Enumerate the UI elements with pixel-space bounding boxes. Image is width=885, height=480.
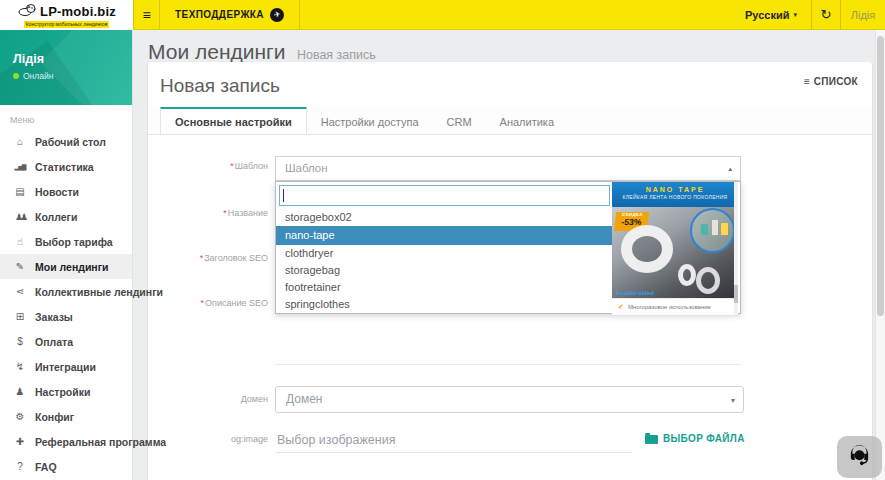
sidebar-item-my-landings[interactable]: ✎ Мои лендинги	[0, 254, 132, 279]
menu-section-label: Меню	[0, 105, 132, 129]
preview-caption: Double-sided	[616, 290, 654, 296]
tape-roll-small	[678, 264, 696, 286]
tab-bar: Основные настройки Настройки доступа CRM…	[148, 107, 872, 135]
logo[interactable]: LP-mobi.biz Конструктор мобильных лендин…	[0, 0, 133, 30]
sidebar-item-settings[interactable]: ♟ Настройки	[0, 379, 132, 404]
cart-icon: ⊞	[12, 311, 28, 322]
plug-icon: ↯	[12, 361, 28, 372]
hand-pointer-icon: ☝	[12, 236, 28, 247]
refresh-button[interactable]: ↻	[812, 0, 840, 29]
logo-subtitle: Конструктор мобильных лендингов	[24, 21, 110, 28]
sidebar-user-panel: Лідія Онлайн	[0, 30, 132, 105]
check-icon: ✔	[618, 303, 624, 311]
dropdown-option[interactable]: footretainer	[276, 279, 612, 296]
question-icon: ?	[12, 461, 28, 472]
people-icon: ♟♟	[12, 212, 28, 222]
sidebar-item-payment[interactable]: $ Оплата	[0, 329, 132, 354]
top-bar: LP-mobi.biz Конструктор мобильных лендин…	[0, 0, 885, 30]
preview-product-image: СКИДКА -53% Double-sided	[612, 207, 738, 298]
card-title: Новая запись	[160, 75, 280, 97]
sidebar-toggle-button[interactable]: ≡	[133, 0, 160, 29]
topbar-username[interactable]: Лідія	[841, 0, 885, 29]
support-chat-button[interactable]	[837, 436, 882, 478]
tab-main-settings[interactable]: Основные настройки	[160, 107, 307, 134]
tab-access-settings[interactable]: Настройки доступа	[307, 107, 433, 134]
user-plus-icon: ✚	[12, 436, 28, 447]
domain-label: Домен	[148, 394, 268, 404]
folder-icon	[645, 435, 658, 444]
chevron-down-icon: ▾	[731, 396, 735, 405]
tab-analytics[interactable]: Аналитика	[486, 107, 568, 134]
list-button[interactable]: ≡ СПИСОК	[804, 76, 858, 87]
template-select[interactable]: Шаблон ▴	[275, 156, 741, 181]
dropdown-search-input[interactable]	[279, 185, 610, 206]
tech-support-label: ТЕХПОДДЕРЖКА	[175, 9, 264, 20]
preview-scrollbar-thumb[interactable]	[734, 285, 738, 303]
page-title: Мои лендинги	[148, 40, 285, 63]
content-header: Мои лендинги Новая запись	[133, 30, 885, 64]
text-cursor	[283, 189, 284, 202]
pencil-icon: ✎	[12, 261, 28, 272]
seo-description-label: *Описание SEO	[148, 298, 268, 308]
dropdown-option[interactable]: clothdryer	[276, 245, 612, 262]
choose-file-button[interactable]: ВЫБОР ФАЙЛА	[645, 433, 745, 444]
refresh-icon: ↻	[821, 7, 832, 22]
dropdown-option-highlighted[interactable]: nano-tape	[276, 226, 612, 245]
sidebar: Лідія Онлайн Меню ⌂ Рабочий стол ▂▅▇ Ста…	[0, 30, 133, 480]
chevron-down-icon: ▾	[793, 11, 797, 19]
sidebar-item-news[interactable]: ▤ Новости	[0, 179, 132, 204]
sidebar-item-statistics[interactable]: ▂▅▇ Статистика	[0, 154, 132, 179]
language-dropdown[interactable]: Русский ▾	[731, 0, 811, 29]
field-divider	[275, 364, 741, 365]
tab-crm[interactable]: CRM	[433, 107, 486, 134]
tech-support-button[interactable]: ТЕХПОДДЕРЖКА ✈	[160, 0, 300, 29]
template-dropdown-panel: storagebox02 nano-tape clothdryer storag…	[275, 181, 741, 314]
breadcrumb: Новая запись	[297, 48, 376, 62]
gears-icon: ⚙	[12, 411, 28, 422]
seo-title-label: *Заголовок SEO	[148, 253, 268, 263]
sidebar-item-orders[interactable]: ⊞ Заказы	[0, 304, 132, 329]
sidebar-item-dashboard[interactable]: ⌂ Рабочий стол	[0, 129, 132, 154]
name-label: *Название	[148, 208, 268, 218]
preview-scrollbar[interactable]	[734, 182, 738, 315]
list-icon: ≡	[804, 76, 810, 87]
sidebar-item-collective-landings[interactable]: ⋖ Коллективные лендинги	[0, 279, 132, 304]
preview-subtitle: КЛЕЙКАЯ ЛЕНТА НОВОГО ПОКОЛЕНИЯ	[612, 194, 738, 201]
tape-roll-small	[696, 267, 720, 294]
chevron-up-icon: ▴	[728, 165, 732, 173]
logo-title: LP-mobi.biz	[40, 5, 116, 18]
sidebar-item-faq[interactable]: ? FAQ	[0, 454, 132, 479]
page-scrollbar[interactable]	[875, 30, 885, 480]
hamburger-icon: ≡	[142, 7, 150, 23]
preview-inset-photo	[690, 208, 735, 253]
sidebar-item-colleagues[interactable]: ♟♟ Коллеги	[0, 204, 132, 229]
og-image-input[interactable]: Выбор изображения	[275, 428, 632, 453]
sidebar-item-referral[interactable]: ✚ Реферальная программа	[0, 429, 132, 454]
dog-logo-icon	[17, 3, 37, 20]
desktop-icon: ⌂	[12, 136, 28, 147]
sidebar-user-name: Лідія	[13, 52, 44, 66]
newspaper-icon: ▤	[12, 186, 28, 197]
sidebar-item-integrations[interactable]: ↯ Интеграции	[0, 354, 132, 379]
sidebar-item-tariff[interactable]: ☝ Выбор тарифа	[0, 229, 132, 254]
headset-icon	[846, 442, 873, 472]
template-select-placeholder: Шаблон	[276, 157, 740, 180]
user-icon: ♟	[12, 386, 28, 397]
sidebar-item-config[interactable]: ⚙ Конфиг	[0, 404, 132, 429]
online-status-dot	[13, 73, 19, 79]
dropdown-option[interactable]: springclothes	[276, 296, 612, 313]
dollar-icon: $	[12, 336, 28, 347]
preview-feature-row: ✔ Многоразовое использование	[612, 298, 738, 314]
language-label: Русский	[745, 9, 789, 21]
template-preview: NANO TAPE КЛЕЙКАЯ ЛЕНТА НОВОГО ПОКОЛЕНИЯ…	[612, 182, 738, 315]
content-area: Мои лендинги Новая запись Новая запись ≡…	[133, 30, 885, 480]
sidebar-menu: ⌂ Рабочий стол ▂▅▇ Статистика ▤ Новости …	[0, 129, 132, 479]
domain-select[interactable]: Домен ▾	[275, 386, 744, 413]
dropdown-option[interactable]: storagebag	[276, 262, 612, 279]
share-icon: ⋖	[12, 286, 28, 297]
dropdown-option[interactable]: storagebox02	[276, 209, 612, 226]
bar-chart-icon: ▂▅▇	[12, 163, 28, 170]
page-scrollbar-thumb[interactable]	[877, 36, 884, 316]
telegram-icon: ✈	[270, 8, 284, 22]
dropdown-options: storagebox02 nano-tape clothdryer storag…	[276, 209, 612, 313]
